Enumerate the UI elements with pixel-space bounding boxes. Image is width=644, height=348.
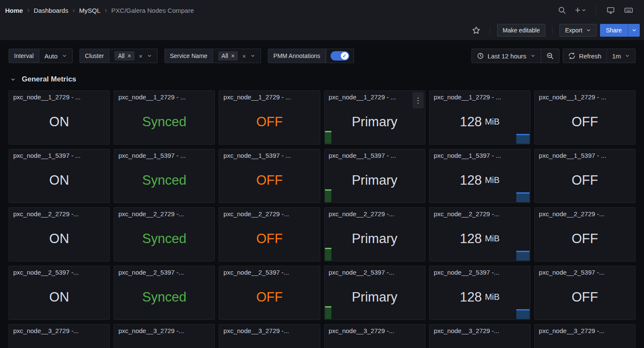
- panel-title[interactable]: pxc_node__2_2729 -...: [535, 208, 635, 218]
- panel-title[interactable]: pxc_node__2_5397 -...: [325, 266, 425, 276]
- section-title: General Metrics: [22, 75, 76, 84]
- new-menu-button[interactable]: +: [573, 6, 588, 15]
- panel-value-area: OFF: [535, 159, 635, 203]
- panel-title[interactable]: pxc_node__2_5397 -...: [219, 266, 319, 276]
- panel-menu-button[interactable]: ⋮: [413, 92, 424, 108]
- stat-panel: pxc_node__2_5397 -... 128 MiB: [429, 266, 530, 320]
- close-icon[interactable]: ×: [231, 52, 234, 59]
- panel-value-area: 128 MiB: [430, 101, 530, 144]
- panel-title[interactable]: pxc_node__1_2729 - ...: [114, 91, 214, 101]
- panel-title[interactable]: pxc_node__1_2729 - ...: [219, 91, 319, 101]
- panel-title[interactable]: pxc_node__1_5397 - ...: [430, 149, 530, 159]
- panel-value-area: Synced: [114, 159, 214, 203]
- make-editable-button[interactable]: Make editable: [497, 24, 545, 37]
- panel-value: OFF: [571, 290, 598, 304]
- panel-value-area: Synced: [114, 101, 214, 144]
- panel-title[interactable]: pxc_node__1_5397 - ...: [219, 149, 319, 159]
- panel-title[interactable]: pxc_node__1_5397 - ...: [325, 149, 425, 159]
- panel-sparkline: [516, 192, 530, 202]
- star-icon[interactable]: [469, 23, 483, 37]
- panel-sparkline: [325, 189, 331, 202]
- panel-title[interactable]: pxc_node__3_2729 -...: [114, 325, 214, 334]
- chevron-down-icon: [250, 53, 255, 58]
- panel-sparkline: [516, 134, 530, 144]
- breadcrumb-separator: ›: [73, 6, 75, 14]
- panel-title[interactable]: pxc_node__3_2729 -...: [219, 325, 319, 334]
- service-name-label: Service Name: [165, 49, 213, 63]
- panel-title[interactable]: pxc_node__1_5397 - ...: [535, 149, 635, 159]
- time-range-button[interactable]: Last 12 hours: [472, 49, 541, 63]
- panel-value-area: [219, 334, 319, 348]
- search-icon[interactable]: [555, 3, 569, 17]
- breadcrumb-dashboards[interactable]: Dashboards: [34, 7, 68, 14]
- time-picker-group: Last 12 hours: [471, 49, 559, 63]
- panel-title[interactable]: pxc_node__3_2729 -...: [9, 325, 109, 334]
- panel-title[interactable]: pxc_node__1_5397 - ...: [114, 149, 214, 159]
- panel-title[interactable]: pxc_node__3_2729 -...: [430, 325, 530, 334]
- cluster-chip[interactable]: All ×: [114, 51, 135, 61]
- keyboard-icon[interactable]: [622, 3, 635, 17]
- panel-title[interactable]: pxc_node__2_5397 -...: [535, 266, 635, 276]
- breadcrumb-current-page: PXC/Galera Nodes Compare: [111, 7, 194, 14]
- breadcrumb-home[interactable]: Home: [5, 7, 23, 14]
- cluster-select[interactable]: All × ×: [109, 49, 157, 63]
- divider: [552, 26, 553, 35]
- refresh-button[interactable]: Refresh: [563, 49, 607, 63]
- panel-value-area: OFF: [219, 159, 319, 203]
- share-button[interactable]: Share: [600, 24, 628, 37]
- cluster-control: Cluster All × ×: [79, 49, 158, 63]
- panel-title[interactable]: pxc_node__1_2729 - ...: [430, 91, 530, 101]
- breadcrumb-mysql[interactable]: MySQL: [79, 7, 100, 14]
- stat-panel: pxc_node__1_5397 - ... OFF: [534, 149, 635, 203]
- panel-title[interactable]: pxc_node__1_2729 - ...: [325, 91, 425, 101]
- panel-value: 128: [460, 290, 482, 304]
- interval-select[interactable]: Auto: [39, 49, 72, 63]
- panel-title[interactable]: pxc_node__3_2729 -...: [535, 325, 635, 334]
- panel-title[interactable]: pxc_node__2_2729 -...: [9, 208, 109, 218]
- plus-icon: +: [575, 6, 580, 15]
- stat-panel: pxc_node__2_5397 -... Synced: [114, 266, 215, 320]
- panel-title[interactable]: pxc_node__2_5397 -...: [9, 266, 109, 276]
- panel-value-area: ON: [9, 276, 109, 319]
- stat-panel: pxc_node__2_5397 -... OFF: [534, 266, 635, 320]
- panel-title[interactable]: pxc_node__2_2729 -...: [430, 208, 530, 218]
- stat-panel: pxc_node__1_2729 - ... OFF: [219, 90, 320, 145]
- pmm-annotations-toggle[interactable]: ✓: [331, 51, 349, 61]
- export-button[interactable]: Export: [559, 24, 596, 37]
- panel-title[interactable]: pxc_node__2_5397 -...: [430, 266, 530, 276]
- panel-title[interactable]: pxc_node__1_2729 - ...: [535, 91, 635, 101]
- panel-value: Synced: [142, 232, 186, 245]
- dashboard-toolbar: Make editable Export Share: [0, 20, 644, 40]
- panel-title[interactable]: pxc_node__1_2729 - ...: [9, 91, 109, 101]
- refresh-interval-select[interactable]: 1m: [606, 49, 635, 63]
- panel-sparkline: [325, 248, 331, 261]
- zoom-out-button[interactable]: [541, 49, 559, 63]
- panel-value-area: OFF: [219, 276, 319, 319]
- panel-title[interactable]: pxc_node__1_5397 - ...: [9, 149, 109, 159]
- stat-panel: pxc_node__2_2729 -... OFF: [219, 207, 320, 261]
- service-name-select[interactable]: All × ×: [213, 49, 261, 63]
- panel-title[interactable]: pxc_node__3_2729 -...: [325, 325, 425, 334]
- panel-value-area: ON: [9, 101, 109, 144]
- clear-icon[interactable]: ×: [139, 52, 143, 60]
- clear-icon[interactable]: ×: [242, 52, 246, 60]
- refresh-label: Refresh: [579, 52, 602, 60]
- panel-title[interactable]: pxc_node__2_2729 -...: [114, 208, 214, 218]
- panel-title[interactable]: pxc_node__2_2729 -...: [325, 208, 425, 218]
- stat-panel: pxc_node__1_5397 - ... 128 MiB: [429, 149, 530, 203]
- breadcrumb-separator: ›: [105, 6, 107, 14]
- close-icon[interactable]: ×: [128, 52, 131, 59]
- share-menu-button[interactable]: [628, 24, 640, 37]
- panel-value-unit: MiB: [485, 234, 499, 243]
- panel-value-unit: MiB: [485, 293, 499, 301]
- panel-title[interactable]: pxc_node__2_2729 -...: [219, 208, 319, 218]
- monitor-icon[interactable]: [604, 3, 618, 17]
- stat-panel: pxc_node__1_2729 - ... 128 MiB: [429, 90, 530, 145]
- panel-value-area: OFF: [535, 276, 635, 319]
- panel-value-area: Primary: [325, 101, 425, 144]
- panel-value: Primary: [352, 232, 398, 245]
- panel-title[interactable]: pxc_node__2_5397 -...: [114, 266, 214, 276]
- panel-value: Primary: [352, 115, 398, 128]
- section-general-metrics[interactable]: General Metrics: [10, 74, 635, 85]
- service-name-chip[interactable]: All ×: [218, 51, 238, 61]
